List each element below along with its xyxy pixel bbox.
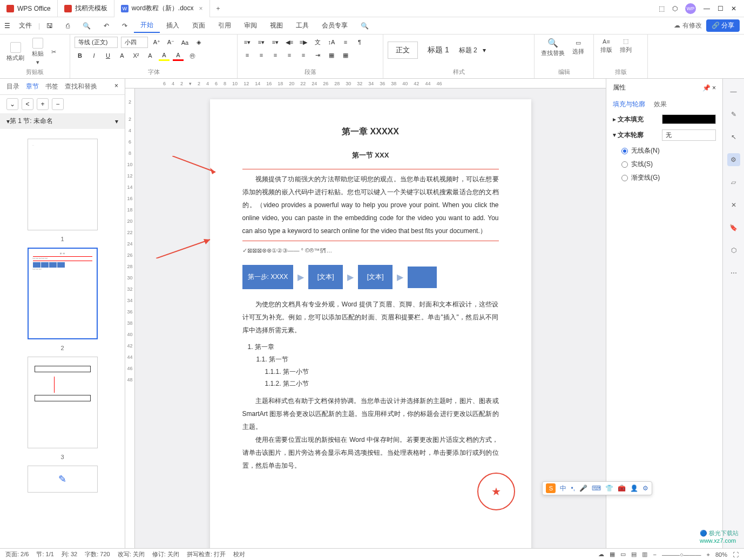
cut-button[interactable]: ✂	[49, 47, 58, 57]
view-outline-icon[interactable]: ▥	[642, 551, 647, 558]
style-h1[interactable]: 标题 1	[428, 45, 449, 55]
maximize-icon[interactable]: ☐	[718, 5, 723, 12]
status-revise[interactable]: 修订: 关闭	[152, 550, 179, 558]
status-spell[interactable]: 拼写检查: 打开	[187, 550, 226, 558]
font-color-icon[interactable]: A	[173, 50, 184, 61]
text-effect-icon[interactable]: A	[145, 50, 155, 61]
strip-tools-icon[interactable]: ✕	[727, 199, 740, 211]
status-backup-icon[interactable]: ☁	[598, 551, 604, 558]
page-thumb-2[interactable]: 第一章 text text text text text text text t…	[28, 248, 98, 339]
shading-icon[interactable]: ▦	[326, 50, 337, 60]
search-icon[interactable]: 🔍	[354, 20, 375, 32]
preview-icon[interactable]: 🔍	[76, 20, 97, 32]
layout-button[interactable]: A≡排版	[598, 37, 614, 55]
zoom-in-icon[interactable]: +	[707, 551, 710, 558]
ime-toolbox-icon[interactable]: 🧰	[618, 484, 626, 492]
multilevel-icon[interactable]: ≡▾	[270, 37, 281, 47]
change-case-icon[interactable]: Aa	[179, 37, 190, 48]
print-icon[interactable]: ⎙	[59, 20, 76, 32]
menu-reference[interactable]: 引用	[212, 19, 238, 32]
save-icon[interactable]: 🖫	[40, 20, 59, 32]
vertical-ruler[interactable]: 2246810121416182022242628303234363840424…	[125, 88, 135, 549]
props-tab-effect[interactable]: 效果	[654, 100, 667, 109]
ime-user-icon[interactable]: 👤	[630, 484, 638, 492]
borders-icon[interactable]: ▦	[340, 50, 351, 60]
strikethrough-icon[interactable]: A	[117, 50, 127, 61]
strip-hex-icon[interactable]: ⬡	[727, 244, 740, 257]
nav-tab-sections[interactable]: 章节	[26, 82, 39, 91]
ime-mic-icon[interactable]: 🎤	[579, 484, 587, 492]
circle-text-icon[interactable]: ㊕	[187, 50, 198, 61]
page-thumb-4[interactable]: ✎	[28, 466, 98, 493]
menu-review[interactable]: 审阅	[238, 19, 263, 32]
nav-prev-button[interactable]: <	[22, 98, 33, 110]
nav-add-button[interactable]: +	[37, 98, 49, 110]
ime-toolbar[interactable]: S 中 •, 🎤 ⌨ 👕 🧰 👤 ⚙	[542, 481, 652, 495]
zoom-level[interactable]: 80%	[715, 551, 727, 558]
page-thumb-1[interactable]: ...	[28, 139, 98, 230]
ime-logo-icon[interactable]: S	[546, 483, 556, 493]
pin-icon[interactable]: 📌	[702, 84, 711, 92]
strip-settings-icon[interactable]: ⚙	[727, 153, 740, 166]
increase-indent-icon[interactable]: ≡▶	[298, 37, 309, 47]
bold-icon[interactable]: B	[75, 50, 85, 61]
nav-tab-bookmarks[interactable]: 书签	[45, 82, 58, 91]
increase-font-icon[interactable]: A⁺	[151, 37, 162, 48]
nav-close-icon[interactable]: ×	[114, 82, 118, 91]
menu-member[interactable]: 会员专享	[315, 19, 354, 32]
nav-collapse-button[interactable]: ⌄	[6, 98, 18, 110]
strip-collapse-icon[interactable]: —	[727, 85, 740, 98]
menu-tools[interactable]: 工具	[289, 19, 315, 32]
avatar[interactable]: WP	[685, 3, 696, 14]
font-size-select[interactable]: 小四	[121, 37, 148, 48]
style-h2[interactable]: 标题 2	[459, 46, 477, 55]
tab-template[interactable]: 找稻壳模板	[58, 0, 114, 17]
menu-file[interactable]: 文件	[12, 19, 38, 32]
underline-icon[interactable]: U	[103, 50, 113, 61]
nav-remove-button[interactable]: −	[52, 98, 64, 110]
style-more-icon[interactable]: ▾	[483, 46, 486, 54]
font-name-select[interactable]: 等线 (正文)	[75, 37, 118, 48]
highlight-icon[interactable]: A	[159, 50, 170, 61]
strip-bookmark-icon[interactable]: 🔖	[727, 221, 740, 234]
section-item[interactable]: ▾ 第 1 节: 未命名▾	[0, 113, 125, 129]
view-read-icon[interactable]: ▭	[620, 551, 626, 558]
ime-punct-icon[interactable]: •,	[571, 484, 575, 492]
document-page[interactable]: 第一章 XXXXX 第一节 XXX 视频提供了功能强大的方法帮助您证明您的观点。…	[210, 99, 531, 549]
clear-format-icon[interactable]: ◈	[193, 37, 204, 48]
undo-icon[interactable]: ↶	[97, 20, 116, 32]
align-right-icon[interactable]: ≡	[270, 50, 281, 60]
tab-add-button[interactable]: +	[210, 5, 227, 12]
radio-gradient-line[interactable]: 渐变线(G)	[621, 173, 716, 182]
changes-indicator[interactable]: ☁ 有修改	[674, 21, 701, 30]
bullets-icon[interactable]: ≡▾	[242, 37, 253, 47]
status-words[interactable]: 字数: 720	[85, 550, 110, 558]
find-replace-button[interactable]: 🔍查找替换	[539, 37, 567, 58]
justify-icon[interactable]: ≡	[284, 50, 295, 60]
nav-tab-find[interactable]: 查找和替换	[65, 82, 97, 91]
close-window-icon[interactable]: ✕	[731, 5, 736, 12]
box-4[interactable]	[408, 267, 437, 288]
status-section[interactable]: 节: 1/1	[36, 550, 53, 558]
ime-skin-icon[interactable]: 👕	[605, 484, 613, 492]
sort-icon[interactable]: ↕A	[326, 37, 337, 47]
props-tab-fill[interactable]: 填充与轮廓	[613, 100, 645, 109]
fill-color-select[interactable]	[662, 114, 716, 124]
zoom-out-icon[interactable]: −	[653, 551, 656, 558]
share-button[interactable]: 🔗 分享	[706, 19, 740, 32]
align-center-icon[interactable]: ≡	[256, 50, 267, 60]
box-2[interactable]: [文本]	[308, 265, 343, 289]
strip-cursor-icon[interactable]: ↖	[727, 131, 740, 144]
fullscreen-icon[interactable]: ⛶	[733, 551, 739, 558]
panel-close-icon[interactable]: ×	[712, 84, 716, 92]
minimize-icon[interactable]: —	[704, 5, 710, 12]
radio-solid-line[interactable]: 实线(S)	[621, 160, 716, 169]
select-button[interactable]: ▭选择	[570, 38, 586, 57]
align-left-icon[interactable]: ≡	[242, 50, 253, 60]
numbering-icon[interactable]: ≡▾	[256, 37, 267, 47]
line-spacing-icon[interactable]: ≡	[340, 37, 351, 47]
status-page[interactable]: 页面: 2/6	[5, 550, 29, 558]
nav-tab-toc[interactable]: 目录	[6, 82, 19, 91]
menu-start[interactable]: 开始	[134, 18, 160, 33]
hex-icon[interactable]: ⬡	[672, 5, 678, 12]
